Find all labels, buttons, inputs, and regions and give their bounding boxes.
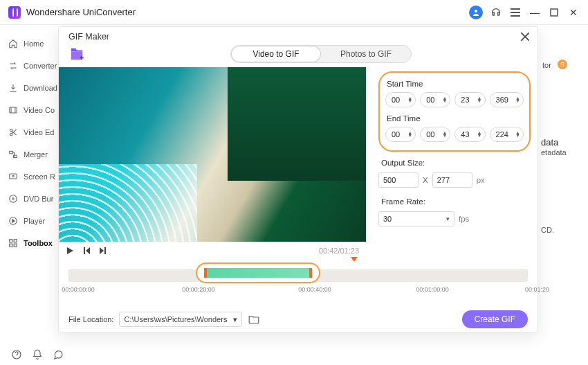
output-width-input[interactable]: 500	[378, 172, 419, 188]
ghost-text: etadata	[541, 148, 567, 157]
frame-rate-label: Frame Rate:	[381, 197, 531, 206]
end-ms-stepper[interactable]: 224▲▼	[490, 127, 524, 142]
tab-video-to-gif[interactable]: Video to GIF	[231, 46, 321, 62]
svg-point-8	[12, 175, 14, 177]
sidebar-item-label: Merger	[24, 150, 48, 159]
end-min-stepper[interactable]: 00▲▼	[420, 127, 450, 142]
sidebar-item-label: DVD Bur	[24, 195, 53, 203]
menu-icon[interactable]	[509, 6, 522, 19]
sidebar-item-label: Home	[24, 39, 44, 48]
ghost-text: data	[541, 137, 558, 148]
sidebar-item-label: Video Ed	[24, 128, 54, 136]
file-location-label: File Location:	[68, 315, 113, 323]
end-sec-stepper[interactable]: 43▲▼	[454, 127, 485, 142]
tab-photos-to-gif[interactable]: Photos to GIF	[321, 46, 411, 62]
dimension-x: X	[423, 176, 428, 184]
minimize-icon[interactable]: —	[529, 6, 541, 19]
title-bar: Wondershare UniConverter — ✕	[0, 0, 588, 25]
mode-tabs: Video to GIF Photos to GIF	[230, 45, 412, 63]
sidebar-item-label: Player	[24, 217, 45, 225]
sidebar-item-label: Video Co	[24, 106, 55, 114]
ghost-text: tor	[542, 61, 551, 69]
modal-close-icon[interactable]	[520, 31, 531, 42]
svg-rect-1	[551, 9, 558, 16]
output-height-input[interactable]: 277	[432, 172, 472, 188]
svg-rect-14	[10, 244, 12, 247]
fps-unit: fps	[459, 215, 469, 223]
sidebar-item-video-editor[interactable]: Video Ed	[8, 123, 62, 141]
timeline: 00:00:00:00 00:00:20:00 00:00:40:00 00:0…	[68, 262, 528, 294]
prev-frame-icon[interactable]	[82, 247, 91, 255]
account-icon[interactable]	[469, 6, 483, 19]
sidebar-item-label: Toolbox	[24, 239, 53, 247]
create-gif-button[interactable]: Create GIF	[462, 310, 528, 328]
playback-time: 00:42/01:23	[319, 247, 359, 255]
help-icon[interactable]	[11, 349, 22, 360]
sidebar-item-video-compress[interactable]: Video Co	[8, 101, 62, 119]
status-bar	[0, 344, 64, 365]
browse-folder-icon[interactable]	[248, 313, 260, 326]
sidebar: Home Converter Download Video Co Video E…	[0, 25, 62, 365]
sidebar-item-label: Screen R	[24, 172, 55, 181]
svg-point-9	[10, 195, 17, 203]
video-preview[interactable]	[59, 67, 366, 242]
sidebar-item-label: Download	[24, 84, 57, 92]
svg-rect-7	[10, 174, 17, 179]
start-ms-stepper[interactable]: 369▲▼	[490, 92, 524, 107]
start-min-stepper[interactable]: 00▲▼	[420, 92, 450, 107]
svg-text:+: +	[80, 54, 84, 61]
gif-maker-modal: GIF Maker + Video to GIF Photos to GIF 0…	[58, 26, 538, 332]
output-size-label: Output Size:	[381, 159, 531, 167]
sidebar-item-download[interactable]: Download	[8, 79, 62, 97]
sidebar-item-converter[interactable]: Converter	[8, 57, 62, 75]
app-logo	[8, 6, 21, 19]
add-file-button[interactable]: +	[68, 46, 85, 62]
app-title: Wondershare UniConverter	[26, 7, 136, 17]
sidebar-item-player[interactable]: Player	[8, 212, 62, 230]
start-time-label: Start Time	[387, 80, 524, 88]
svg-rect-5	[10, 151, 13, 154]
frame-rate-select[interactable]: 30▾	[378, 211, 454, 226]
settings-pane: Start Time 00▲▼ 00▲▼ 23▲▼ 369▲▼ End Time…	[366, 67, 539, 257]
next-frame-icon[interactable]	[99, 247, 107, 255]
play-icon[interactable]	[66, 247, 74, 255]
sidebar-item-label: Converter	[24, 62, 57, 70]
start-hour-stepper[interactable]: 00▲▼	[385, 92, 416, 107]
px-unit: px	[477, 176, 485, 184]
maximize-icon[interactable]	[548, 6, 560, 19]
preview-pane: 00:42/01:23	[59, 67, 366, 257]
chevron-down-icon: ▾	[446, 215, 450, 222]
modal-title: GIF Maker	[68, 32, 109, 42]
modal-footer: File Location: C:\Users\ws\Pictures\Wond…	[59, 307, 538, 332]
playhead-icon[interactable]	[351, 257, 358, 262]
chevron-down-icon: ▾	[233, 315, 237, 324]
svg-rect-2	[10, 107, 17, 113]
file-location-select[interactable]: C:\Users\ws\Pictures\Wonders▾	[119, 312, 242, 327]
end-time-label: End Time	[387, 114, 524, 123]
sidebar-item-home[interactable]: Home	[8, 35, 62, 53]
badge-icon: S	[558, 60, 567, 69]
end-hour-stepper[interactable]: 00▲▼	[385, 127, 416, 142]
selection-range[interactable]	[196, 262, 320, 283]
timeline-scale: 00:00:00:00 00:00:20:00 00:00:40:00 00:0…	[68, 283, 528, 294]
support-icon[interactable]	[490, 6, 502, 19]
svg-point-0	[475, 10, 477, 12]
feedback-icon[interactable]	[53, 349, 64, 360]
svg-rect-15	[14, 244, 17, 247]
notification-icon[interactable]	[32, 349, 43, 360]
ghost-text: CD.	[541, 226, 554, 234]
svg-rect-13	[14, 240, 17, 242]
svg-rect-12	[10, 240, 12, 242]
sidebar-item-dvd-burner[interactable]: DVD Bur	[8, 190, 62, 208]
sidebar-item-toolbox[interactable]: Toolbox	[8, 234, 62, 252]
close-icon[interactable]: ✕	[567, 6, 580, 19]
start-sec-stepper[interactable]: 23▲▼	[454, 92, 485, 107]
time-range-group: Start Time 00▲▼ 00▲▼ 23▲▼ 369▲▼ End Time…	[378, 71, 531, 152]
sidebar-item-merger[interactable]: Merger	[8, 145, 62, 163]
sidebar-item-screen-recorder[interactable]: Screen R	[8, 168, 62, 186]
svg-point-10	[12, 198, 14, 199]
